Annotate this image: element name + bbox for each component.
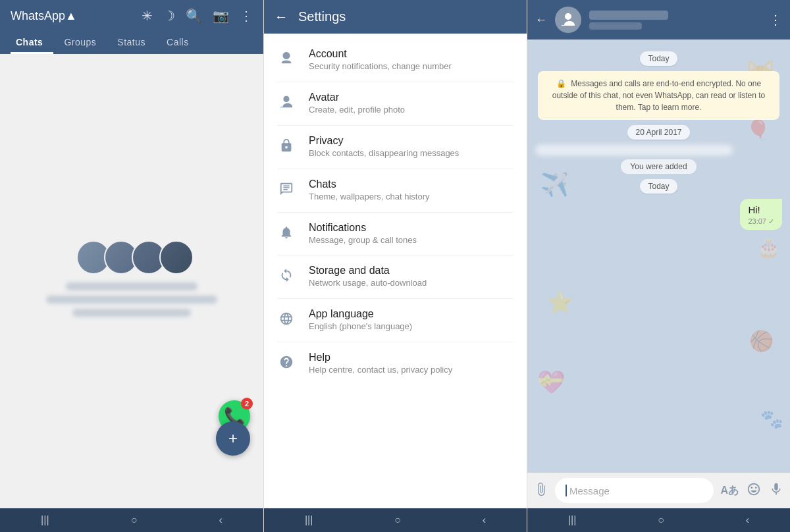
chat-panel: ← ⋮ 🐱 🎈 ✈️ 🎂 ⭐ 🏀 💝 🐾 Today 🔒 xyxy=(527,0,790,532)
storage-icon xyxy=(277,266,296,284)
settings-nav-bar: ||| ○ ‹ xyxy=(264,508,527,532)
privacy-title: Privacy xyxy=(309,135,514,147)
storage-subtitle: Network usage, auto-download xyxy=(309,278,514,289)
chat-contact-info xyxy=(589,11,761,30)
account-icon xyxy=(277,49,296,68)
added-label: You were added xyxy=(621,159,696,174)
chat-input-area: Message Aあ xyxy=(527,473,790,508)
chat-back-button[interactable]: ← xyxy=(535,13,547,27)
account-text: Account Security notifications, change n… xyxy=(309,48,514,72)
notifications-subtitle: Message, group & call tones xyxy=(309,235,514,246)
tab-chats[interactable]: Chats xyxy=(11,32,53,54)
avatar-title: Avatar xyxy=(309,92,514,103)
notifications-icon xyxy=(277,223,296,242)
chat-messages: 🐱 🎈 ✈️ 🎂 ⭐ 🏀 💝 🐾 Today 🔒 Messages and ca… xyxy=(527,40,790,473)
encryption-notice[interactable]: 🔒 Messages and calls are end-to-end encr… xyxy=(538,71,779,120)
chat-nav-bar: ||| ○ ‹ xyxy=(527,508,790,532)
chats-panel: WhatsApp▲ ✳ ☽ 🔍 📷 ⋮ Chats Groups Status … xyxy=(0,0,263,532)
date-badge-today: Today xyxy=(535,51,782,66)
chat-contact-avatar[interactable] xyxy=(555,7,581,33)
settings-nav-recent[interactable]: ‹ xyxy=(483,514,486,526)
chat-nav-back[interactable]: ||| xyxy=(568,514,576,526)
chat-more-options[interactable]: ⋮ xyxy=(769,12,782,28)
nav-back-icon[interactable]: ||| xyxy=(41,514,49,526)
date-today2-label: Today xyxy=(640,179,677,194)
notifications-title: Notifications xyxy=(309,222,514,234)
plus-icon: + xyxy=(228,429,238,448)
settings-title: Settings xyxy=(298,9,346,24)
message-placeholder: Message xyxy=(569,485,610,496)
settings-item-language[interactable]: App language English (phone's language) xyxy=(264,299,527,342)
avatar-4 xyxy=(159,240,194,275)
mic-button[interactable] xyxy=(769,482,783,500)
outgoing-bubble[interactable]: Hi! 23:07 ✓ xyxy=(740,199,782,230)
chat-contact-name xyxy=(589,11,668,20)
settings-item-privacy[interactable]: Privacy Block contacts, disappearing mes… xyxy=(264,126,527,169)
blurred-msg xyxy=(535,145,733,155)
darkmode-icon[interactable]: ☽ xyxy=(163,8,175,24)
settings-nav-home[interactable]: ○ xyxy=(394,514,401,526)
chats-tabs: Chats Groups Status Calls xyxy=(11,32,253,54)
settings-item-notifications[interactable]: Notifications Message, group & call tone… xyxy=(264,213,527,255)
settings-nav-back[interactable]: ||| xyxy=(305,514,313,526)
blurred-message-row xyxy=(535,145,782,155)
new-chat-fab[interactable]: + xyxy=(216,421,250,456)
translate-icon[interactable]: Aあ xyxy=(720,484,739,498)
chat-nav-home[interactable]: ○ xyxy=(658,514,664,526)
storage-title: Storage and data xyxy=(309,265,514,277)
language-subtitle: English (phone's language) xyxy=(309,321,514,332)
tab-groups[interactable]: Groups xyxy=(53,32,107,54)
date-april-label: 20 April 2017 xyxy=(627,125,689,140)
outgoing-message: Hi! 23:07 ✓ xyxy=(535,199,782,230)
lock-icon: 🔒 xyxy=(556,79,566,88)
settings-item-storage[interactable]: Storage and data Network usage, auto-dow… xyxy=(264,255,527,298)
help-text: Help Help centre, contact us, privacy po… xyxy=(309,352,514,376)
system-message-added: You were added xyxy=(535,159,782,174)
chats-settings-subtitle: Theme, wallpapers, chat history xyxy=(309,192,514,203)
nav-home-icon[interactable]: ○ xyxy=(131,514,138,526)
help-icon xyxy=(277,353,296,371)
help-title: Help xyxy=(309,352,514,363)
whatsnew-icon[interactable]: ✳ xyxy=(142,8,153,24)
account-subtitle: Security notifications, change number xyxy=(309,61,514,72)
chats-header-top: WhatsApp▲ ✳ ☽ 🔍 📷 ⋮ xyxy=(11,8,253,24)
search-icon[interactable]: 🔍 xyxy=(186,8,202,24)
help-subtitle: Help centre, contact us, privacy policy xyxy=(309,365,514,376)
notifications-text: Notifications Message, group & call tone… xyxy=(309,222,514,246)
chat-contact-status xyxy=(589,22,642,30)
settings-back-button[interactable]: ← xyxy=(275,9,288,24)
chats-header: WhatsApp▲ ✳ ☽ 🔍 📷 ⋮ Chats Groups Status … xyxy=(0,0,263,54)
outgoing-time: 23:07 xyxy=(748,217,766,225)
chat-nav-recent[interactable]: ‹ xyxy=(746,514,749,526)
settings-panel: ← Settings Account Security notification… xyxy=(263,0,527,532)
settings-item-help[interactable]: Help Help centre, contact us, privacy po… xyxy=(264,342,527,385)
avatar-text: Avatar Create, edit, profile photo xyxy=(309,92,514,116)
privacy-icon xyxy=(277,136,296,155)
emoji-button[interactable] xyxy=(747,482,761,500)
attach-button[interactable] xyxy=(534,482,548,500)
message-input[interactable]: Message xyxy=(555,478,714,503)
language-icon xyxy=(277,309,296,328)
account-title: Account xyxy=(309,48,514,60)
date-today-label: Today xyxy=(640,51,677,66)
privacy-subtitle: Block contacts, disappearing messages xyxy=(309,148,514,159)
settings-item-avatar[interactable]: Avatar Create, edit, profile photo xyxy=(264,82,527,125)
nav-recent-icon[interactable]: ‹ xyxy=(219,514,223,526)
settings-item-account[interactable]: Account Security notifications, change n… xyxy=(264,39,527,82)
privacy-text: Privacy Block contacts, disappearing mes… xyxy=(309,135,514,159)
chats-settings-icon xyxy=(277,180,296,198)
settings-header: ← Settings xyxy=(264,0,527,34)
outgoing-check: ✓ xyxy=(768,217,774,225)
input-icons: Aあ xyxy=(720,482,783,500)
language-text: App language English (phone's language) xyxy=(309,308,514,332)
notification-badge: 2 xyxy=(241,398,253,410)
camera-icon[interactable]: 📷 xyxy=(213,8,229,24)
settings-item-chats[interactable]: Chats Theme, wallpapers, chat history xyxy=(264,169,527,212)
tab-status[interactable]: Status xyxy=(107,32,156,54)
encryption-text: Messages and calls are end-to-end encryp… xyxy=(552,79,766,112)
settings-list: Account Security notifications, change n… xyxy=(264,34,527,508)
app-title: WhatsApp▲ xyxy=(11,9,77,23)
more-options-icon[interactable]: ⋮ xyxy=(240,8,253,24)
tab-calls[interactable]: Calls xyxy=(156,32,199,54)
blurred-contact-msg xyxy=(46,296,217,304)
